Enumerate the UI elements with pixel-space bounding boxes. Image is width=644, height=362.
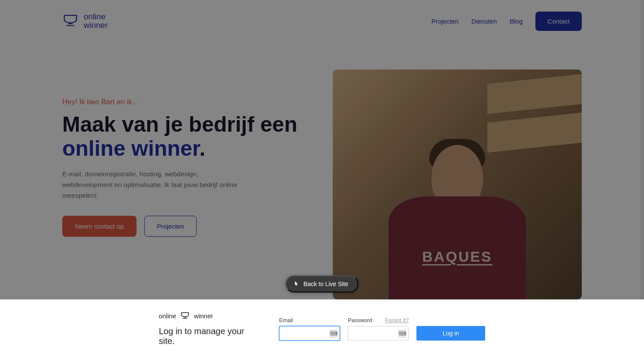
login-submit-button[interactable]: Log in: [416, 326, 485, 341]
primary-nav: Projecten Diensten Blog Contact: [431, 12, 582, 31]
hero-title: Maak van je bedrijf een online winner.: [62, 112, 316, 160]
brand-text-line1: online: [84, 12, 108, 21]
hero-title-suffix: .: [199, 136, 205, 160]
hero-cta-row: Neem contact op Projecten: [62, 216, 316, 237]
vertical-scrollbar[interactable]: [641, 0, 644, 299]
autofill-icon[interactable]: ⌨: [330, 330, 337, 338]
site-header: online winner Projecten Diensten Blog Co…: [0, 0, 644, 42]
password-label: Password: [348, 317, 372, 323]
nav-link-diensten[interactable]: Diensten: [471, 18, 497, 25]
hero-title-accent: online winner: [62, 136, 199, 160]
nav-contact-button[interactable]: Contact: [535, 12, 582, 31]
login-logo-left: online: [159, 312, 176, 320]
login-bar: online winner Log in to manage your site…: [0, 299, 644, 362]
login-message: Log in to manage your site.: [159, 326, 254, 346]
login-logo: online winner: [159, 311, 254, 320]
background-site: online winner Projecten Diensten Blog Co…: [0, 0, 644, 299]
cta-projects-button[interactable]: Projecten: [144, 216, 196, 237]
email-label: Email: [279, 317, 293, 323]
hero-person-graphic: BAQUES: [384, 136, 530, 299]
hero-image: BAQUES: [333, 69, 582, 299]
hero-title-plain: Maak van je bedrijf een: [62, 112, 297, 136]
trophy-icon: [62, 13, 79, 29]
shirt-text: BAQUES: [422, 248, 492, 265]
brand-text-line2: winner: [84, 21, 108, 30]
hero-description: E-mail, domeinregistratie, hosting, webd…: [62, 169, 247, 201]
back-to-live-label: Back to Live Site: [304, 281, 348, 287]
trophy-icon: [180, 311, 190, 320]
cursor-icon: [294, 281, 299, 287]
hero-section: Hey! Ik ben Bart en ik... Maak van je be…: [0, 42, 644, 299]
nav-link-projecten[interactable]: Projecten: [431, 18, 459, 25]
password-field-group: Password Forgot it? ⌨: [348, 317, 409, 341]
autofill-icon[interactable]: ⌨: [398, 330, 406, 338]
forgot-password-link[interactable]: Forgot it?: [385, 317, 409, 323]
email-field-group: Email ⌨: [279, 317, 340, 341]
hero-eyebrow: Hey! Ik ben Bart en ik...: [62, 98, 316, 106]
login-logo-right: winner: [194, 312, 213, 320]
brand-logo[interactable]: online winner: [62, 12, 108, 30]
login-form: Email ⌨ Password Forgot it? ⌨ Log in: [279, 317, 485, 341]
back-to-live-site-button[interactable]: Back to Live Site: [286, 275, 358, 293]
login-brand-block: online winner Log in to manage your site…: [159, 311, 254, 346]
hero-copy: Hey! Ik ben Bart en ik... Maak van je be…: [62, 69, 316, 299]
cta-contact-button[interactable]: Neem contact op: [62, 216, 137, 237]
nav-link-blog[interactable]: Blog: [510, 18, 522, 25]
